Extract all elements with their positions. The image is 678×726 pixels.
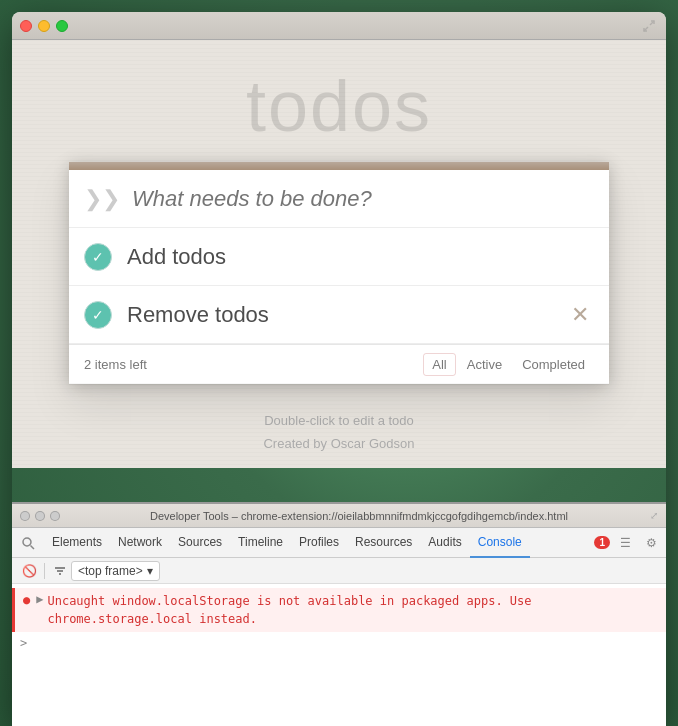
error-count-badge: 1 [594, 536, 610, 549]
filter-buttons: All Active Completed [423, 353, 594, 376]
error-icon: ● [23, 593, 30, 607]
console-prompt-row: > [12, 632, 666, 654]
author-link[interactable]: Oscar Godson [331, 436, 415, 451]
traffic-lights [20, 20, 68, 32]
frame-selector-label: <top frame> [78, 564, 143, 578]
todo-item: Add todos [69, 228, 609, 286]
tab-elements[interactable]: Elements [44, 528, 110, 558]
hint-author: Created by Oscar Godson [12, 432, 666, 455]
search-tab-icon[interactable] [16, 531, 40, 555]
items-left: 2 items left [84, 357, 423, 372]
settings-icon[interactable]: ⚙ [640, 532, 662, 554]
todo-input-row: ❯❯ [69, 170, 609, 228]
todo-text: Add todos [127, 244, 226, 270]
dt-maximize[interactable] [50, 511, 60, 521]
hint-edit: Double-click to edit a todo [12, 409, 666, 432]
filter-all[interactable]: All [423, 353, 455, 376]
todo-text: Remove todos [127, 302, 269, 328]
todo-item: Remove todos ✕ [69, 286, 609, 344]
svg-point-2 [23, 538, 31, 546]
tab-console[interactable]: Console [470, 528, 530, 558]
fullscreen-icon[interactable] [642, 19, 656, 33]
devtools-titlebar: Developer Tools – chrome-extension://oie… [12, 504, 666, 528]
todo-checkbox[interactable] [84, 301, 112, 329]
frame-selector-arrow: ▾ [147, 564, 153, 578]
error-message: Uncaught window.localStorage is not avai… [47, 592, 658, 628]
frame-selector[interactable]: <top frame> ▾ [71, 561, 160, 581]
expand-icon[interactable]: ▶ [36, 592, 43, 606]
toggle-all-icon[interactable]: ❯❯ [84, 188, 120, 210]
console-content: ● ▶ Uncaught window.localStorage is not … [12, 584, 666, 726]
prompt-symbol: > [20, 636, 27, 650]
main-window: todos ❯❯ Add todos Remove todos ✕ [12, 12, 666, 726]
maximize-button[interactable] [56, 20, 68, 32]
console-error-row[interactable]: ● ▶ Uncaught window.localStorage is not … [12, 588, 666, 632]
filter-active[interactable]: Active [458, 353, 511, 376]
app-title: todos [12, 40, 666, 162]
tab-network[interactable]: Network [110, 528, 170, 558]
devtools-title: Developer Tools – chrome-extension://oie… [68, 510, 650, 522]
todo-checkbox[interactable] [84, 243, 112, 271]
tab-resources[interactable]: Resources [347, 528, 420, 558]
devtools-tabs: Elements Network Sources Timeline Profil… [12, 528, 666, 558]
console-filter-icon[interactable] [49, 560, 71, 582]
console-toolbar: 🚫 <top frame> ▾ [12, 558, 666, 584]
dt-close[interactable] [20, 511, 30, 521]
app-area: todos ❯❯ Add todos Remove todos ✕ [12, 12, 666, 468]
app-hints: Double-click to edit a todo Created by O… [12, 394, 666, 468]
todo-footer: 2 items left All Active Completed [69, 344, 609, 384]
close-button[interactable] [20, 20, 32, 32]
tab-profiles[interactable]: Profiles [291, 528, 347, 558]
devtools-traffic-lights [20, 511, 60, 521]
todo-container: ❯❯ Add todos Remove todos ✕ 2 items left… [69, 162, 609, 384]
svg-line-3 [31, 545, 35, 549]
devtools-actions: 1 ☰ ⚙ [594, 532, 662, 554]
tab-timeline[interactable]: Timeline [230, 528, 291, 558]
tab-audits[interactable]: Audits [420, 528, 469, 558]
devtools-panel: Developer Tools – chrome-extension://oie… [12, 502, 666, 726]
console-clear-icon[interactable]: 🚫 [18, 560, 40, 582]
filter-completed[interactable]: Completed [513, 353, 594, 376]
minimize-button[interactable] [38, 20, 50, 32]
console-list-icon[interactable]: ☰ [614, 532, 636, 554]
delete-button[interactable]: ✕ [565, 300, 595, 330]
todo-input[interactable] [132, 186, 594, 212]
tab-sources[interactable]: Sources [170, 528, 230, 558]
toolbar-separator [44, 563, 45, 579]
devtools-resize-icon[interactable]: ⤢ [650, 510, 658, 521]
dt-minimize[interactable] [35, 511, 45, 521]
todo-top-bar [69, 162, 609, 170]
title-bar [12, 12, 666, 40]
